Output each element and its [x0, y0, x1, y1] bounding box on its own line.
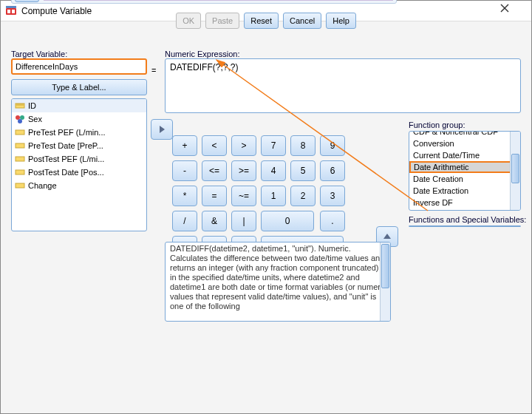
key-ge[interactable]: >= — [231, 160, 256, 181]
nominal-icon — [15, 114, 25, 124]
list-item-label: Date Arithmetic — [414, 163, 469, 172]
numeric-expression-label: Numeric Expression: — [165, 50, 239, 58]
svg-marker-21 — [383, 234, 391, 239]
equals-sign: = — [151, 66, 156, 75]
function-group-label: Function group: — [409, 121, 465, 129]
svg-point-13 — [20, 115, 24, 120]
dialog-buttons: OK Paste Reset Cancel Help — [1, 13, 531, 29]
list-item-label: Date Extraction — [413, 186, 468, 195]
key-4[interactable]: 4 — [261, 160, 286, 181]
key-ne[interactable]: ~= — [231, 186, 256, 206]
list-item-label: Sex — [28, 115, 42, 123]
list-item-label: PostTest PEF (L/mi... — [28, 155, 104, 163]
key-9[interactable]: 9 — [320, 135, 345, 156]
key-7[interactable]: 7 — [261, 135, 286, 156]
list-item-label: Conversion — [413, 139, 454, 148]
function-group-list[interactable]: CDF & Noncentral CDF Conversion Current … — [409, 131, 521, 211]
key-3[interactable]: 3 — [320, 186, 345, 206]
compute-variable-dialog: Compute Variable Target Variable: Type &… — [0, 0, 532, 414]
ruler-icon — [15, 101, 25, 111]
list-item[interactable]: ID — [12, 99, 146, 112]
key-and[interactable]: & — [202, 211, 227, 231]
key-eq[interactable]: = — [202, 186, 227, 206]
calculator-keypad: + < > 7 8 9 - <= >= 4 5 6 * = — [169, 132, 348, 259]
variable-list[interactable]: ID Sex PreTest PEF (L/min... PreTest Dat… — [11, 98, 147, 231]
scrollbar[interactable] — [510, 132, 520, 210]
key-dot[interactable]: . — [320, 211, 345, 231]
help-button[interactable]: Help — [326, 13, 356, 29]
list-item[interactable]: Current Date/Time — [409, 149, 520, 161]
key-minus[interactable]: - — [172, 160, 197, 181]
key-lt[interactable]: < — [202, 135, 227, 156]
key-div[interactable]: / — [172, 211, 197, 231]
list-item[interactable]: Date Creation — [409, 173, 520, 185]
list-item[interactable]: CDF & Noncentral CDF — [409, 131, 520, 138]
key-gt[interactable]: > — [231, 135, 256, 156]
functions-label: Functions and Special Variables: — [409, 215, 526, 224]
list-item-label: CDF & Noncentral CDF — [413, 131, 498, 136]
type-and-label-button[interactable]: Type & Label... — [11, 79, 147, 95]
list-item[interactable]: Sex — [12, 112, 146, 126]
key-or[interactable]: | — [231, 211, 256, 231]
list-item[interactable]: PostTest PEF (L/mi... — [12, 152, 146, 166]
key-1[interactable]: 1 — [261, 186, 286, 206]
list-item[interactable]: Date Arithmetic — [409, 161, 520, 173]
ruler-icon — [15, 127, 25, 138]
svg-rect-15 — [16, 130, 24, 135]
ruler-icon — [15, 154, 25, 164]
list-item[interactable]: Datediff — [409, 226, 520, 227]
key-2[interactable]: 2 — [290, 186, 316, 206]
reset-button[interactable]: Reset — [244, 13, 279, 29]
key-0[interactable]: 0 — [261, 211, 314, 231]
target-variable-input[interactable] — [11, 58, 147, 75]
svg-rect-16 — [16, 143, 24, 148]
svg-point-14 — [18, 119, 22, 123]
svg-point-12 — [16, 115, 20, 120]
list-item[interactable]: Inverse DF — [409, 197, 520, 208]
list-item-label: PreTest Date [PreP... — [28, 141, 103, 150]
key-mult[interactable]: * — [172, 186, 197, 206]
ruler-icon — [15, 140, 25, 151]
key-8[interactable]: 8 — [290, 135, 316, 156]
list-item-label: Inverse DF — [413, 198, 453, 207]
scrollbar[interactable] — [380, 242, 390, 321]
list-item-label: PreTest PEF (L/min... — [28, 128, 106, 137]
numeric-expression-input[interactable] — [165, 58, 521, 113]
target-variable-label: Target Variable: — [11, 50, 147, 58]
functions-list[interactable]: Datediff Datesum(3) Datesum(4) — [409, 225, 521, 227]
list-item-label: ID — [28, 101, 36, 110]
paste-button[interactable]: Paste — [205, 13, 239, 29]
ok-button[interactable]: OK — [176, 13, 201, 29]
list-item-label: Change — [28, 181, 57, 190]
list-item[interactable]: Change — [12, 179, 146, 192]
key-5[interactable]: 5 — [290, 160, 316, 181]
svg-rect-17 — [16, 157, 24, 161]
list-item-label: PostTest Date [Pos... — [28, 168, 104, 177]
key-6[interactable]: 6 — [320, 160, 345, 181]
list-item[interactable]: PostTest Date [Pos... — [12, 166, 146, 179]
ruler-icon — [15, 180, 25, 191]
help-text: DATEDIFF(datetime2, datetime1, "unit"). … — [170, 244, 387, 311]
function-help-box: DATEDIFF(datetime2, datetime1, "unit"). … — [165, 242, 391, 322]
key-plus[interactable]: + — [172, 135, 197, 156]
svg-rect-19 — [16, 183, 24, 188]
list-item-label: Date Creation — [413, 174, 463, 183]
if-condition-area: If... — [11, 0, 397, 4]
if-button[interactable]: If... — [15, 0, 39, 2]
list-item[interactable]: Conversion — [409, 138, 520, 149]
list-item[interactable]: PreTest Date [PreP... — [12, 139, 146, 152]
svg-rect-18 — [16, 170, 24, 174]
key-le[interactable]: <= — [202, 160, 227, 181]
if-condition-input[interactable] — [44, 0, 393, 1]
list-item[interactable]: PreTest PEF (L/min... — [12, 126, 146, 139]
svg-marker-20 — [160, 126, 165, 133]
ruler-icon — [15, 167, 25, 177]
svg-rect-3 — [6, 6, 16, 8]
list-item-label: Current Date/Time — [413, 151, 480, 160]
list-item[interactable]: Date Extraction — [409, 185, 520, 197]
cancel-button[interactable]: Cancel — [283, 13, 321, 29]
